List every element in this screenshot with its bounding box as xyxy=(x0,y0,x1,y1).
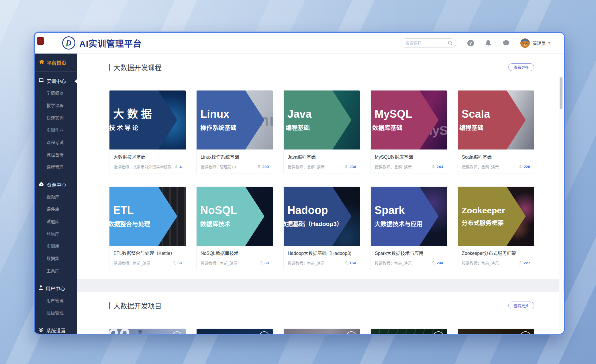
content-section: 大数据开发课程 查看更多 大 数 据 技 术 导 论 大数据技术基础 授课教师：… xyxy=(77,62,564,279)
sidebar-sub-item[interactable]: 学情概览 xyxy=(35,87,77,99)
section-title: 大数据开发课程 xyxy=(113,62,162,72)
course-cover-image: MySQL MySQL 数据库基础 xyxy=(371,90,447,149)
sidebar-sub-item[interactable]: 实训作业 xyxy=(35,124,77,136)
student-count: 227 xyxy=(519,261,530,265)
more-ellipsis-icon: ••• xyxy=(433,331,444,334)
more-ellipsis-icon: ••• xyxy=(259,331,269,334)
course-card[interactable]: NoSQL 数据库技术 NoSQL数据库技术 授课教师：售前_演示 60 xyxy=(196,186,273,270)
sidebar-sub-item[interactable]: 环境库 xyxy=(35,227,77,240)
course-title: Hadoop大数据基础（Hadoop3) xyxy=(288,249,356,256)
view-more-button[interactable]: 查看更多 xyxy=(508,63,534,71)
project-card[interactable]: ••• 大数据开发案例 xyxy=(196,328,273,334)
search-box[interactable] xyxy=(401,38,456,48)
more-ellipsis-icon: ••• xyxy=(172,331,182,334)
course-teacher: 授课教师：售前_演示 xyxy=(375,164,432,170)
course-cover-image: Linux Linux 操作系统基础 xyxy=(197,90,273,149)
sidebar-sub-item[interactable]: 课件库 xyxy=(35,203,77,215)
sidebar-group: 系统设置 xyxy=(35,323,77,335)
sidebar-sub-item[interactable]: 教学课程 xyxy=(35,99,77,111)
cover-subtitle: 编程基础 xyxy=(286,123,360,131)
student-count: 154 xyxy=(344,261,356,265)
student-count-value: 58 xyxy=(177,261,182,265)
user-name[interactable]: 管理员 xyxy=(533,40,546,46)
course-card[interactable]: Hadoop 大数据基础（Hadoop3） Hadoop大数据基础（Hadoop… xyxy=(283,186,360,270)
course-card[interactable]: 大 数 据 技 术 导 论 大数据技术基础 授课教师：北京市对外贸易学校教...… xyxy=(109,90,186,174)
sidebar-sub-item[interactable]: 试题库 xyxy=(35,215,77,227)
course-card[interactable]: Linux Linux 操作系统基础 Linux操作系统基础 授课教师：管理员1… xyxy=(196,90,273,174)
sidebar-group-header[interactable]: 用户中心 xyxy=(35,281,77,294)
sidebar-sub-item[interactable]: 快速实训 xyxy=(35,111,77,124)
section-gap xyxy=(77,279,564,292)
sidebar-sub-item[interactable]: 课程管理 xyxy=(35,161,77,173)
course-cover-image: Scala 编程基础 xyxy=(458,90,534,149)
cover-title: 大 数 据 xyxy=(113,109,186,120)
project-card[interactable]: 00 壹佰 ••• 大数据开发案例 xyxy=(109,328,186,334)
course-title: ETL数据整合与处理（Kettle） xyxy=(113,249,182,256)
project-card[interactable]: ••• 大数据开发案例 xyxy=(370,328,447,334)
student-count-value: 60 xyxy=(264,261,269,265)
section-title-bar xyxy=(109,302,110,309)
student-count: 243 xyxy=(432,165,443,169)
cover-banner: Linux 操作系统基础 xyxy=(197,90,273,149)
sidebar-group-header[interactable]: 实训中心 xyxy=(35,74,77,87)
cover-subtitle: 技 术 导 论 xyxy=(109,123,186,131)
sidebar-group-header[interactable]: 资源中心 xyxy=(35,177,77,190)
search-icon[interactable] xyxy=(447,40,453,46)
cover-banner: 大 数 据 技 术 导 论 xyxy=(109,90,186,149)
student-count-value: 234 xyxy=(349,165,356,169)
course-teacher: 授课教师：北京市对外贸易学校教... xyxy=(113,164,175,170)
sidebar-sub-item[interactable]: 实训库 xyxy=(35,240,77,252)
project-card[interactable]: ••• 大数据开发案例 xyxy=(458,328,534,334)
sidebar-sub-item[interactable]: 班级管理 xyxy=(35,306,77,319)
sidebar-divider xyxy=(35,321,77,321)
cloud-icon xyxy=(39,182,44,188)
card-grid: 大 数 据 技 术 导 论 大数据技术基础 授课教师：北京市对外贸易学校教...… xyxy=(109,90,534,279)
project-card[interactable]: ••• 大数据开发案例 xyxy=(283,328,360,334)
red-badge xyxy=(37,37,44,45)
sidebar-sub-item[interactable]: 视频库 xyxy=(35,190,77,203)
course-title: Linux操作系统基础 xyxy=(201,153,269,160)
view-more-button[interactable]: 查看更多 xyxy=(508,302,534,309)
sidebar: 平台首页 实训中心 学情概览教学课程快速实训实训作业课程考试课程备份课程管理 资… xyxy=(35,54,77,334)
sidebar-group: 资源中心 视频库课件库试题库环境库实训库数据集工具库 xyxy=(35,177,77,279)
course-cover-image: Spark 大数据技术与应用 xyxy=(371,187,447,246)
svg-text:?: ? xyxy=(469,41,472,45)
course-card[interactable]: ETL 数据整合与处理 ETL数据整合与处理（Kettle） 授课教师：售前_演… xyxy=(109,186,186,270)
course-card[interactable]: Java 编程基础 Java编程基础 授课教师：售前_演示 234 xyxy=(283,90,360,174)
leaf-icon xyxy=(66,44,68,46)
chevron-down-icon[interactable] xyxy=(548,42,551,44)
cover-banner: Spark 大数据技术与应用 xyxy=(371,187,447,246)
sidebar-group: 用户中心 用户管理班级管理 xyxy=(35,281,77,321)
sidebar-group-header[interactable]: 系统设置 xyxy=(35,323,77,335)
bell-icon[interactable] xyxy=(485,40,492,47)
content-section: 大数据开发项目 查看更多 00 壹佰 ••• 大数据开发案例 ••• 大数据开发… xyxy=(77,300,564,334)
course-teacher: 授课教师：售前_演示 xyxy=(113,260,172,266)
scrollbar-thumb[interactable] xyxy=(560,77,562,109)
section-divider xyxy=(109,315,534,315)
avatar[interactable] xyxy=(520,38,530,48)
course-cover-image: Hadoop 大数据基础（Hadoop3） xyxy=(284,187,360,246)
sidebar-sub-item[interactable]: 工具库 xyxy=(35,264,77,277)
app-window: D AI实训管理平台 ? 管理员 xyxy=(34,32,565,335)
search-input[interactable] xyxy=(405,41,447,45)
app-title: AI实训管理平台 xyxy=(79,37,142,49)
course-card[interactable]: Spark 大数据技术与应用 Spark大数据技术与应用 授课教师：售前_演示 … xyxy=(370,186,447,270)
student-count-value: 228 xyxy=(524,165,530,169)
person-icon xyxy=(175,165,178,169)
window-scrollbar[interactable] xyxy=(559,76,563,332)
sidebar-sub-item[interactable]: 用户管理 xyxy=(35,294,77,306)
student-count: 4 xyxy=(175,165,182,169)
course-card[interactable]: MySQL MySQL 数据库基础 MySQL数据库基础 授课教师：售前_演示 … xyxy=(370,90,447,174)
sidebar-item-home[interactable]: 平台首页 xyxy=(35,56,77,69)
sidebar-group-label: 用户中心 xyxy=(46,285,65,292)
help-icon[interactable]: ? xyxy=(467,40,474,47)
course-title: Scala编程基础 xyxy=(462,153,530,160)
sidebar-sub-item[interactable]: 课程考试 xyxy=(35,136,77,148)
course-card[interactable]: Scala 编程基础 Scala编程基础 授课教师：售前_演示 228 xyxy=(458,90,534,174)
course-title: Spark大数据技术与应用 xyxy=(375,249,443,256)
cover-title: Spark xyxy=(375,205,447,216)
sidebar-sub-item[interactable]: 课程备份 xyxy=(35,148,77,161)
course-card[interactable]: Zookeeper 分布式服务框架 Zookeeper分布式服务框架 授课教师：… xyxy=(458,186,534,270)
sidebar-sub-item[interactable]: 数据集 xyxy=(35,252,77,264)
message-icon[interactable] xyxy=(503,40,510,47)
